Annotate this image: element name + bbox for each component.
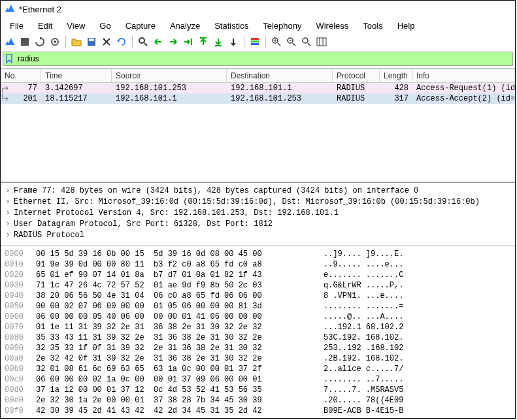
hex-offset: 0000 [5, 249, 36, 259]
resize-columns-icon[interactable] [315, 35, 328, 48]
filter-bookmark-icon[interactable] [3, 54, 15, 63]
svg-point-5 [139, 38, 144, 43]
hex-row: 00e02e 32 30 1a 2e 00 00 01 37 38 28 7b … [5, 395, 511, 406]
svg-rect-22 [317, 38, 326, 46]
hex-ascii: .2B.192. 168.102. [317, 353, 403, 364]
go-first-icon[interactable] [197, 35, 210, 48]
column-header-info[interactable]: Info [412, 69, 515, 82]
detail-row[interactable]: › User Datagram Protocol, Src Port: 6132… [5, 219, 511, 230]
column-header-no[interactable]: No. [1, 69, 41, 82]
svg-rect-12 [251, 43, 259, 45]
cell-dst: 192.168.101.1 [227, 83, 333, 93]
menu-analyze[interactable]: Analyze [163, 20, 207, 32]
menu-statistics[interactable]: Statistics [208, 20, 255, 32]
packet-row[interactable]: 201 18.115217 192.168.101.1 192.168.101.… [1, 93, 515, 104]
hex-row: 007001 1e 11 31 39 32 2e 31 36 38 2e 31 … [5, 322, 511, 332]
hex-ascii: 53C.192. 168.102. [317, 332, 403, 343]
packet-details[interactable]: › Frame 77: 428 bytes on wire (3424 bits… [1, 182, 515, 246]
detail-row[interactable]: › Ethernet II, Src: Microsof_39:16:0d (0… [5, 197, 511, 208]
hex-ascii: 253..192 .168.102 [317, 343, 403, 353]
detail-text: User Datagram Protocol, Src Port: 61328,… [14, 219, 273, 230]
hex-offset: 00e0 [5, 395, 36, 406]
menubar: File Edit View Go Capture Analyze Statis… [1, 18, 515, 33]
detail-row[interactable]: › RADIUS Protocol [5, 230, 511, 241]
hex-row: 009032 35 33 1f 0f 31 39 32 2e 31 36 38 … [5, 343, 511, 353]
detail-text: Internet Protocol Version 4, Src: 192.16… [14, 208, 339, 219]
menu-tools[interactable]: Tools [356, 20, 389, 32]
packet-bytes[interactable]: 000000 15 5d 39 16 0b 00 15 5d 39 16 0d … [1, 246, 515, 418]
detail-text: Ethernet II, Src: Microsof_39:16:0d (00:… [14, 197, 480, 208]
go-to-packet-icon[interactable] [182, 35, 195, 48]
detail-row[interactable]: › Internet Protocol Version 4, Src: 192.… [5, 208, 511, 219]
related-packet-icon [1, 93, 10, 104]
find-packet-icon[interactable] [137, 35, 150, 48]
close-file-icon[interactable] [100, 35, 113, 48]
go-last-icon[interactable] [212, 35, 225, 48]
restart-capture-icon[interactable] [33, 35, 46, 48]
zoom-out-icon[interactable] [285, 35, 298, 48]
hex-ascii: 8 .VPN1. ...e.... [317, 291, 403, 301]
column-header-protocol[interactable]: Protocol [333, 69, 380, 82]
hex-row: 000000 15 5d 39 16 0b 00 15 5d 39 16 0d … [5, 249, 511, 259]
display-filter-input[interactable] [15, 54, 512, 64]
stop-capture-icon[interactable] [18, 35, 31, 48]
hex-ascii: e....... .......C [317, 270, 403, 280]
hex-bytes: 32 35 33 1f 0f 31 39 32 2e 31 36 38 2e 3… [36, 343, 317, 353]
hex-ascii: ..9..... ....e... [317, 259, 403, 270]
column-header-dest[interactable]: Destination [227, 69, 333, 82]
menu-file[interactable]: File [3, 20, 30, 32]
menu-view[interactable]: View [60, 20, 92, 32]
hex-offset: 0090 [5, 343, 36, 353]
hex-bytes: 71 1c 47 26 4c 72 57 52 01 ae 9d f9 8b 5… [36, 280, 317, 291]
cell-dst: 192.168.101.253 [227, 93, 333, 104]
zoom-reset-icon[interactable] [300, 35, 313, 48]
hex-ascii: ...192.1 68.102.2 [317, 322, 403, 332]
zoom-in-icon[interactable] [270, 35, 283, 48]
start-capture-icon[interactable] [3, 35, 16, 48]
svg-rect-11 [251, 40, 259, 42]
hex-bytes: 2e 32 42 0f 31 39 32 2e 31 36 38 2e 31 3… [36, 353, 317, 364]
hex-row: 00a02e 32 42 0f 31 39 32 2e 31 36 38 2e … [5, 353, 511, 364]
wireshark-icon [5, 3, 15, 16]
save-file-icon[interactable] [85, 35, 98, 48]
column-header-source[interactable]: Source [112, 69, 227, 82]
svg-line-21 [308, 43, 310, 46]
cell-src: 192.168.101.1 [112, 93, 227, 104]
hex-bytes: 38 20 06 56 50 4e 31 04 06 c0 a8 65 fd 0… [36, 291, 317, 301]
hex-bytes: 32 01 08 61 6c 69 63 65 63 1a 0c 00 00 0… [36, 364, 317, 374]
auto-scroll-icon[interactable] [227, 35, 240, 48]
hex-offset: 0080 [5, 332, 36, 343]
menu-help[interactable]: Help [391, 20, 422, 32]
colorize-icon[interactable] [248, 35, 261, 48]
hex-bytes: 65 01 ef 90 07 14 01 8a b7 d7 01 0a 01 8… [36, 270, 317, 280]
detail-row[interactable]: › Frame 77: 428 bytes on wire (3424 bits… [5, 186, 511, 197]
menu-go[interactable]: Go [93, 20, 117, 32]
hex-offset: 00a0 [5, 353, 36, 364]
menu-wireless[interactable]: Wireless [309, 20, 355, 32]
packet-row[interactable]: 77 3.142697 192.168.101.253 192.168.101.… [1, 83, 515, 93]
open-file-icon[interactable] [70, 35, 83, 48]
column-header-time[interactable]: Time [41, 69, 112, 82]
go-previous-icon[interactable] [152, 35, 165, 48]
column-header-length[interactable]: Length [380, 69, 412, 82]
hex-bytes: 06 00 00 00 05 40 06 00 00 00 01 41 06 0… [36, 312, 317, 322]
hex-offset: 0060 [5, 312, 36, 322]
capture-options-icon[interactable] [48, 35, 61, 48]
hex-ascii: ........ .......= [317, 301, 403, 312]
hex-row: 001001 9e 39 0d 00 00 80 11 b3 f2 c0 a8 … [5, 259, 511, 270]
reload-file-icon[interactable] [115, 35, 128, 48]
cell-info: Access-Request(1) (id=10, l=386) [412, 83, 515, 93]
cell-proto: RADIUS [333, 93, 380, 104]
go-next-icon[interactable] [167, 35, 180, 48]
menu-edit[interactable]: Edit [31, 20, 59, 32]
menu-telephony[interactable]: Telephony [256, 20, 308, 32]
hex-bytes: 00 00 02 07 06 00 00 00 01 05 06 00 00 0… [36, 301, 317, 312]
hex-offset: 0010 [5, 259, 36, 270]
hex-ascii: B09E-ACB B-4E15-B [317, 406, 403, 416]
hex-ascii: .....@.. ...A.... [317, 312, 403, 322]
menu-capture[interactable]: Capture [119, 20, 162, 32]
hex-offset: 0070 [5, 322, 36, 332]
cell-info: Access-Accept(2) (id=10, l=275) [412, 93, 515, 104]
hex-row: 003071 1c 47 26 4c 72 57 52 01 ae 9d f9 … [5, 280, 511, 291]
hex-offset: 0030 [5, 280, 36, 291]
